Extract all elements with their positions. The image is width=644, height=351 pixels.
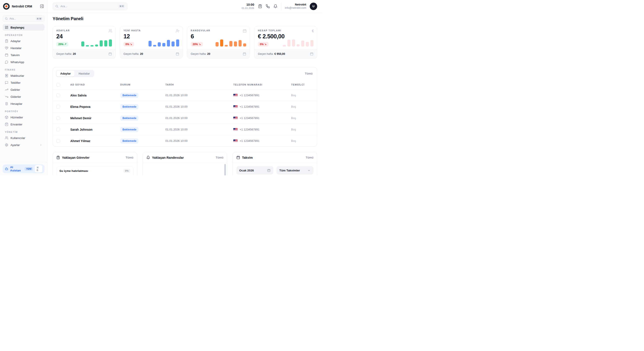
stat-card-change-badge: 20%↗ — [56, 42, 68, 47]
heart-handshake-icon — [5, 46, 8, 50]
phone-icon — [266, 4, 270, 8]
stat-card-adaylar[interactable]: ADAYLAR 24 20%↗ Geçen hafta:20 — [52, 26, 116, 59]
stat-card-randevular[interactable]: RANDEVULAR 6 20%↘ Geçen hafta:20 — [187, 26, 250, 59]
table-all-link[interactable]: Tümü — [305, 72, 314, 75]
stat-card-footer: Geçen hafta:20 — [53, 49, 116, 59]
row-checkbox[interactable] — [56, 116, 60, 120]
topbar-right: 10:00 01.01.2026 Netrobit info@netrobit.… — [242, 3, 317, 10]
shopping-bag-icon — [5, 123, 8, 126]
stat-card-mini-bar-chart — [81, 40, 112, 47]
sidebar-item-adaylar[interactable]: Adaylar — [3, 38, 44, 44]
table-row[interactable]: Sarah Johnson Beklemede 01.01.2026 10:00… — [53, 124, 317, 135]
sidebar-item-baslangic[interactable]: Başlangıç — [3, 24, 44, 31]
status-badge: Beklemede — [120, 138, 138, 144]
column-header-rep: TEMSİLCİ — [291, 83, 314, 86]
upcoming-appointments-card: Yaklaşan Randevular Tümü — [142, 152, 227, 175]
table-row[interactable]: Elena Popova Beklemede 01.01.2026 10:00 … — [53, 101, 317, 112]
sidebar-collapse-button[interactable] — [40, 4, 44, 8]
stat-card-title: ADAYLAR — [56, 29, 112, 32]
lead-date: 01.01.2026 10:00 — [166, 116, 233, 120]
sidebar-item-giderler[interactable]: Giderler — [3, 93, 44, 100]
calendar-all-link[interactable]: Tümü — [306, 156, 314, 159]
task-title: Su içme hatırlatması — [59, 169, 88, 173]
stat-card-change-badge: 0%↘ — [124, 42, 134, 47]
stat-card-yeni-hasta[interactable]: YENİ HASTA 12 0%↘ Geçen hafta:20 — [120, 26, 183, 59]
us-flag-icon — [233, 105, 238, 108]
sidebar-item-hastalar[interactable]: Hastalar — [3, 45, 44, 51]
ai-assistant-label: AI Asistan — [10, 166, 23, 172]
bell-icon — [273, 4, 278, 8]
sidebar-item-label: Hesaplar — [10, 102, 22, 106]
table-row[interactable]: Mehmet Demir Beklemede 01.01.2026 10:00 … — [53, 112, 317, 124]
table-row[interactable]: Ahmet Yılmaz Beklemede 01.01.2026 10:00 … — [53, 135, 317, 146]
sidebar-search-input[interactable]: Ara... ⌘ M — [3, 15, 44, 22]
stat-card-value: € 2.500,00 — [258, 33, 314, 40]
tab-hastalar[interactable]: Hastalar — [75, 71, 94, 77]
sidebar-item-gelirler[interactable]: Gelirler — [3, 86, 44, 93]
calls-button[interactable] — [266, 4, 270, 8]
sidebar-footer: AI Asistan YENİ ⌘ B — [0, 162, 47, 175]
clock-date: 01.01.2026 — [242, 7, 254, 10]
calendar-icon — [236, 156, 240, 159]
row-checkbox[interactable] — [56, 93, 60, 97]
status-badge: Beklemede — [120, 93, 138, 98]
stat-card-title: HESAP TOPLAMI — [258, 29, 314, 32]
sidebar-item-hesaplar[interactable]: Hesaplar — [3, 100, 44, 107]
sidebar-item-label: Teklifler — [10, 81, 20, 84]
us-flag-icon — [233, 117, 238, 120]
calendar-card: Takvim Tümü Ocak 2026 Tüm Takvimler — [233, 152, 317, 175]
month-picker[interactable]: Ocak 2026 — [236, 166, 273, 175]
sidebar-item-takvim[interactable]: Takvim — [3, 52, 44, 58]
task-progress-badge: 0% — [123, 169, 130, 173]
sidebar-search-shortcut: ⌘ M — [36, 17, 42, 20]
task-item[interactable]: Su içme hatırlatması 0% 22.02.2026 01:00 — [56, 166, 134, 175]
global-search-input[interactable]: Ara... ⌘ K — [52, 3, 128, 10]
trending-down-icon — [5, 95, 8, 98]
sidebar-item-makbuzlar[interactable]: Makbuzlar — [3, 72, 44, 79]
lead-phone: +1 1234567891 — [233, 105, 291, 108]
sidebar-item-label: Giderler — [10, 95, 21, 98]
row-checkbox[interactable] — [56, 128, 60, 131]
receipt-icon — [5, 74, 8, 77]
tasks-all-link[interactable]: Tümü — [126, 156, 134, 159]
sidebar-item-kullanicilar[interactable]: Kullanıcılar — [3, 135, 44, 141]
select-all-checkbox[interactable] — [56, 83, 60, 87]
sidebar-item-label: WhatsApp — [10, 61, 24, 64]
users-icon — [5, 136, 8, 140]
clipboard-icon — [258, 4, 262, 8]
users-icon — [108, 29, 112, 33]
sidebar-nav: Başlangıç OPERASYON Adaylar Hastalar Tak… — [0, 23, 47, 162]
lead-phone: +1 1234567891 — [233, 139, 291, 143]
stat-card-mini-bar-chart — [148, 40, 179, 47]
calendar-filter-select[interactable]: Tüm Takvimler — [276, 166, 314, 175]
status-badge: Beklemede — [120, 116, 138, 121]
avatar[interactable]: U — [310, 3, 317, 10]
table-row[interactable]: Alex Salvia Beklemede 01.01.2026 10:00 +… — [53, 90, 317, 101]
sidebar-item-teklifler[interactable]: Teklifler — [3, 79, 44, 86]
sidebar-item-label: Başlangıç — [10, 26, 24, 29]
table-tabs: Adaylar Hastalar — [56, 70, 94, 77]
notifications-button[interactable] — [273, 4, 278, 8]
row-checkbox[interactable] — [56, 139, 60, 143]
sidebar-section-operasyon: OPERASYON — [5, 34, 42, 36]
card-title: Yaklaşan Randevular — [152, 156, 184, 159]
sidebar-item-hizmetler[interactable]: Hizmetler — [3, 114, 44, 121]
calendar-icon — [310, 52, 314, 56]
sidebar-item-envanter[interactable]: Envanter — [3, 121, 44, 128]
panel-collapse-icon — [40, 4, 44, 8]
calendar-icon — [267, 169, 270, 172]
tasks-button[interactable] — [258, 4, 262, 8]
tab-adaylar[interactable]: Adaylar — [56, 71, 74, 77]
status-badge: Beklemede — [120, 104, 138, 109]
clock: 10:00 01.01.2026 — [242, 3, 254, 10]
search-icon — [55, 5, 58, 8]
package-icon — [5, 116, 8, 119]
row-checkbox[interactable] — [56, 105, 60, 109]
sidebar-item-label: Hizmetler — [10, 116, 23, 119]
stat-card-hesap-toplami[interactable]: HESAP TOPLAMI € € 2.500,00 0%↘ Geçen haf… — [254, 26, 317, 59]
appointments-all-link[interactable]: Tümü — [216, 156, 224, 159]
scrollbar-thumb[interactable] — [224, 164, 226, 175]
sidebar-item-ayarlar[interactable]: Ayarlar — [3, 142, 44, 148]
ai-assistant-button[interactable]: AI Asistan YENİ ⌘ B — [3, 164, 44, 173]
sidebar-item-whatsapp[interactable]: WhatsApp — [3, 59, 44, 65]
